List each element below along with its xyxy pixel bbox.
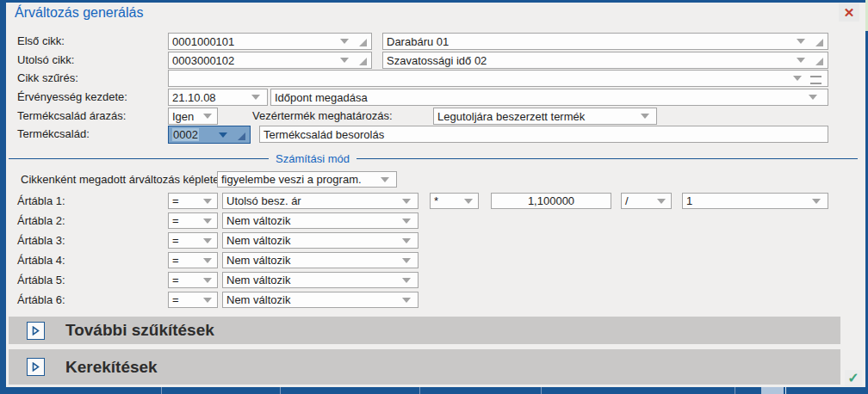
price-table-1-mode-combo[interactable]: Utolsó besz. ár	[222, 193, 418, 209]
chevron-down-icon[interactable]	[812, 199, 821, 204]
filter-lines-icon[interactable]	[810, 76, 822, 84]
background-grid-divider	[419, 387, 420, 394]
chevron-down-icon[interactable]	[219, 132, 227, 138]
product-family-pricing-value: Igen	[172, 110, 194, 123]
chevron-down-icon[interactable]	[203, 199, 212, 204]
per-item-formula-combo[interactable]: figyelembe veszi a program.	[217, 171, 397, 188]
chevron-down-icon[interactable]	[464, 199, 473, 204]
expand-arrow-icon[interactable]	[27, 358, 45, 376]
roundings-section-header[interactable]: Kerekítések	[9, 349, 840, 385]
first-item-code-combo[interactable]: 0001000101	[168, 33, 372, 50]
price-table-4-mode-combo[interactable]: Nem változik	[222, 252, 418, 268]
validity-date-value: 21.10.08	[172, 91, 216, 104]
item-filter-label: Cikk szűrés:	[17, 70, 78, 87]
product-family-pricing-combo[interactable]: Igen	[168, 108, 218, 125]
chevron-down-icon[interactable]	[402, 298, 411, 303]
first-item-label: Első cikk:	[17, 33, 65, 50]
price-table-1-divisor-combo[interactable]: 1	[682, 193, 828, 209]
calc-mode-title: Számítási mód	[276, 152, 350, 165]
time-entry-value: Időpont megadása	[275, 91, 368, 104]
per-item-formula-label: Cikkenként megadott árváltozás képletet:	[21, 171, 226, 188]
last-item-code-combo[interactable]: 0003000102	[168, 52, 372, 69]
confirm-button[interactable]: ✓	[845, 370, 862, 386]
chevron-down-icon[interactable]	[402, 238, 411, 243]
product-family-label: Termékcsalád:	[17, 126, 90, 143]
chevron-down-icon[interactable]	[402, 278, 411, 283]
calc-mode-separator: Számítási mód	[9, 152, 858, 164]
price-table-1-label: Ártábla 1:	[17, 193, 65, 210]
mode-value: Nem változik	[226, 254, 290, 267]
price-table-1-div-op-combo[interactable]: /	[621, 193, 672, 209]
item-filter-input[interactable]	[168, 70, 828, 87]
price-table-4-op-combo[interactable]: =	[168, 252, 218, 268]
chevron-down-icon[interactable]	[402, 219, 411, 224]
background-grid-divider	[541, 387, 542, 394]
op-value: =	[172, 234, 179, 247]
background-grid-divider	[161, 387, 162, 394]
price-table-6-label: Ártábla 6:	[17, 292, 65, 309]
resize-grip-icon[interactable]	[359, 39, 367, 46]
product-family-code-combo[interactable]: 0002	[168, 126, 251, 144]
last-item-name-combo[interactable]: Szavatossági idő 02	[382, 52, 828, 69]
chevron-down-icon[interactable]	[203, 219, 212, 224]
price-table-5-mode-combo[interactable]: Nem változik	[222, 272, 418, 288]
chevron-down-icon[interactable]	[641, 114, 649, 119]
dialog-title: Árváltozás generálás	[15, 5, 143, 21]
chevron-down-icon[interactable]	[251, 95, 260, 100]
first-item-name-combo[interactable]: Darabáru 01	[382, 33, 828, 50]
time-entry-combo[interactable]: Időpont megadása	[270, 89, 828, 106]
background-grid-divider	[785, 387, 786, 394]
resize-grip-icon[interactable]	[359, 58, 367, 65]
close-icon: ✕	[844, 5, 855, 21]
price-table-1-mul-op-combo[interactable]: *	[430, 193, 479, 209]
op-value: =	[172, 214, 179, 227]
price-table-6-mode-combo[interactable]: Nem változik	[222, 292, 418, 308]
further-filters-title: További szűkítések	[65, 321, 214, 340]
price-change-dialog: Árváltozás generálás ✕ Első cikk: 000100…	[0, 0, 868, 394]
chevron-down-icon[interactable]	[402, 199, 411, 204]
price-table-5-op-combo[interactable]: =	[168, 272, 218, 288]
resize-grip-icon[interactable]	[815, 39, 823, 46]
price-table-5-label: Ártábla 5:	[17, 272, 65, 289]
chevron-down-icon[interactable]	[203, 278, 212, 283]
chevron-down-icon[interactable]	[657, 199, 666, 204]
chevron-down-icon[interactable]	[797, 39, 805, 44]
chevron-down-icon[interactable]	[340, 58, 349, 63]
mode-value: Nem változik	[226, 214, 290, 227]
op-value: =	[172, 254, 179, 267]
chevron-down-icon[interactable]	[402, 258, 411, 263]
chevron-down-icon[interactable]	[203, 298, 212, 303]
chevron-down-icon[interactable]	[203, 114, 212, 119]
price-table-3-op-combo[interactable]: =	[168, 232, 218, 249]
mode-value: Nem változik	[226, 234, 290, 247]
price-table-2-op-combo[interactable]: =	[168, 212, 218, 229]
resize-grip-icon[interactable]	[815, 58, 823, 65]
product-family-name-field[interactable]: Termékcsalád besorolás	[259, 126, 828, 143]
close-button[interactable]: ✕	[839, 3, 859, 22]
validity-date-combo[interactable]: 21.10.08	[168, 89, 268, 106]
resize-grip-icon[interactable]	[238, 132, 245, 140]
chevron-down-icon[interactable]	[381, 177, 389, 182]
further-filters-section-header[interactable]: További szűkítések	[9, 317, 840, 344]
last-item-code-value: 0003000102	[172, 54, 234, 67]
last-item-name-value: Szavatossági idő 02	[387, 54, 487, 67]
first-item-code-value: 0001000101	[172, 35, 234, 48]
chevron-down-icon[interactable]	[809, 95, 817, 100]
factor-value: 1,100000	[528, 194, 574, 207]
op-value: =	[172, 293, 179, 306]
price-table-6-op-combo[interactable]: =	[168, 292, 218, 308]
background-grid-divider	[735, 387, 735, 394]
lead-product-combo[interactable]: Legutoljára beszerzett termék	[433, 108, 657, 125]
chevron-down-icon[interactable]	[340, 39, 349, 44]
price-table-3-mode-combo[interactable]: Nem változik	[222, 232, 418, 249]
chevron-down-icon[interactable]	[203, 238, 212, 243]
expand-arrow-icon[interactable]	[27, 322, 45, 340]
price-table-1-op-combo[interactable]: =	[168, 193, 218, 209]
chevron-down-icon[interactable]	[797, 58, 805, 63]
chevron-down-icon[interactable]	[203, 258, 212, 263]
price-table-2-mode-combo[interactable]: Nem változik	[222, 212, 418, 229]
first-item-name-value: Darabáru 01	[387, 35, 449, 48]
background-grid-divider	[280, 387, 281, 394]
chevron-down-icon[interactable]	[793, 76, 802, 81]
price-table-1-factor-input[interactable]: 1,100000	[491, 193, 611, 209]
